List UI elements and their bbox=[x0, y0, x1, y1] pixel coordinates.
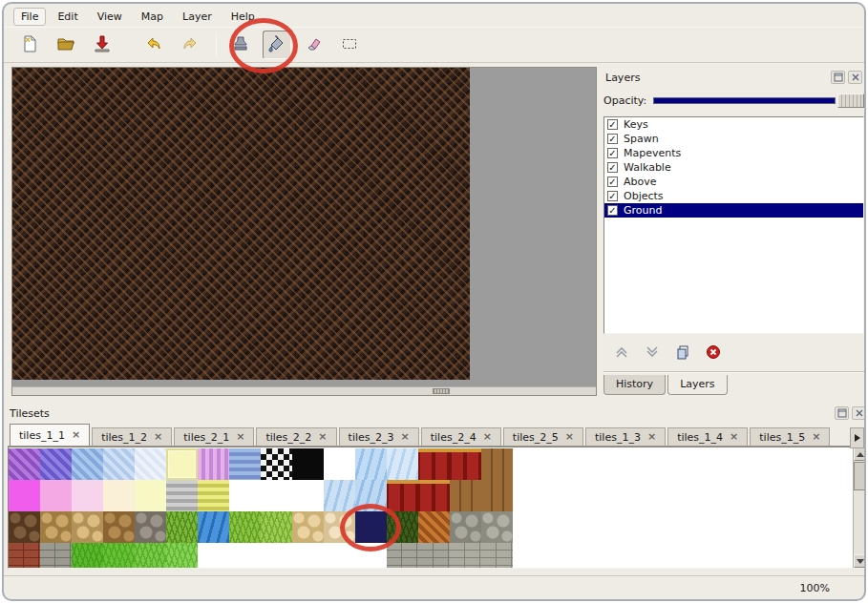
scrollbar-thumb[interactable] bbox=[854, 462, 866, 490]
palette-tile[interactable] bbox=[229, 448, 261, 480]
tileset-tab-tiles_1_3[interactable]: tiles_1_3× bbox=[585, 427, 666, 446]
palette-tile[interactable] bbox=[355, 511, 387, 543]
layer-row-ground[interactable]: ✓Ground bbox=[604, 203, 863, 218]
palette-tile[interactable] bbox=[387, 543, 418, 569]
delete-layer-button[interactable] bbox=[703, 343, 724, 363]
map-horizontal-scrollbar[interactable] bbox=[12, 386, 596, 395]
tab-close-icon[interactable]: × bbox=[730, 432, 738, 442]
layer-visibility-checkbox[interactable]: ✓ bbox=[607, 148, 618, 158]
layer-visibility-checkbox[interactable]: ✓ bbox=[607, 205, 618, 216]
palette-tile[interactable] bbox=[387, 480, 418, 511]
tab-close-icon[interactable]: × bbox=[647, 432, 656, 442]
select-tool-button[interactable] bbox=[335, 31, 364, 59]
palette-tile[interactable] bbox=[40, 511, 72, 543]
float-panel-icon[interactable] bbox=[831, 71, 845, 84]
palette-tile[interactable] bbox=[481, 448, 513, 480]
palette-tile[interactable] bbox=[481, 511, 513, 543]
palette-tile[interactable] bbox=[103, 448, 135, 480]
tileset-tab-tiles_1_2[interactable]: tiles_1_2× bbox=[92, 427, 172, 446]
palette-tile[interactable] bbox=[135, 480, 166, 511]
close-panel-icon[interactable] bbox=[848, 71, 862, 84]
layer-visibility-checkbox[interactable]: ✓ bbox=[607, 177, 618, 187]
tab-close-icon[interactable]: × bbox=[318, 432, 327, 442]
palette-tile[interactable] bbox=[324, 448, 355, 480]
palette-tile[interactable] bbox=[261, 511, 292, 543]
palette-tile[interactable] bbox=[324, 511, 355, 543]
palette-tile[interactable] bbox=[261, 543, 292, 569]
palette-tile[interactable] bbox=[418, 511, 450, 543]
palette-vertical-scrollbar[interactable] bbox=[853, 447, 866, 568]
layer-visibility-checkbox[interactable]: ✓ bbox=[607, 119, 618, 130]
tileset-tab-tiles_2_4[interactable]: tiles_2_4× bbox=[421, 427, 501, 446]
palette-tile[interactable] bbox=[40, 448, 72, 480]
palette-tile[interactable] bbox=[261, 480, 292, 511]
scroll-down-button[interactable] bbox=[854, 554, 866, 568]
palette-tile[interactable] bbox=[135, 511, 166, 543]
map-tiles[interactable] bbox=[12, 68, 470, 380]
palette-tile[interactable] bbox=[9, 511, 40, 543]
map-canvas[interactable] bbox=[11, 67, 597, 396]
scroll-up-button[interactable] bbox=[854, 447, 866, 461]
opacity-slider-handle[interactable] bbox=[837, 94, 864, 108]
tileset-tab-tiles_1_5[interactable]: tiles_1_5× bbox=[750, 427, 830, 446]
palette-tile[interactable] bbox=[103, 480, 135, 511]
layer-visibility-checkbox[interactable]: ✓ bbox=[607, 162, 618, 173]
palette-tile[interactable] bbox=[40, 480, 72, 511]
palette-tile[interactable] bbox=[198, 480, 229, 511]
palette-tile[interactable] bbox=[166, 480, 198, 511]
fill-tool-button[interactable] bbox=[263, 31, 291, 59]
open-button[interactable] bbox=[52, 31, 80, 59]
tab-scroll-right-button[interactable] bbox=[850, 427, 864, 448]
palette-tile[interactable] bbox=[166, 511, 198, 543]
layer-visibility-checkbox[interactable]: ✓ bbox=[607, 191, 618, 201]
move-layer-down-button[interactable] bbox=[642, 343, 663, 363]
palette-tile[interactable] bbox=[72, 448, 103, 480]
palette-tile[interactable] bbox=[9, 480, 40, 511]
menu-map[interactable]: Map bbox=[134, 8, 171, 26]
tab-close-icon[interactable]: × bbox=[565, 432, 574, 442]
palette-tile[interactable] bbox=[355, 480, 387, 511]
palette-tile[interactable] bbox=[418, 480, 450, 511]
palette-tile[interactable] bbox=[481, 543, 513, 569]
layer-row-spawn[interactable]: ✓Spawn bbox=[604, 132, 863, 146]
palette-tile[interactable] bbox=[355, 448, 387, 480]
eraser-tool-button[interactable] bbox=[299, 31, 328, 59]
tileset-tab-tiles_2_1[interactable]: tiles_2_1× bbox=[174, 427, 254, 446]
palette-tile[interactable] bbox=[450, 448, 481, 480]
stamp-tool-button[interactable] bbox=[226, 31, 255, 59]
new-map-button[interactable] bbox=[15, 31, 44, 59]
palette-tile[interactable] bbox=[418, 543, 450, 569]
dock-tab-layers[interactable]: Layers bbox=[667, 375, 727, 395]
tileset-tab-tiles_2_5[interactable]: tiles_2_5× bbox=[503, 427, 583, 446]
palette-tile[interactable] bbox=[103, 543, 135, 569]
dock-tab-history[interactable]: History bbox=[603, 375, 666, 395]
palette-tile[interactable] bbox=[355, 543, 387, 569]
layer-visibility-checkbox[interactable]: ✓ bbox=[607, 134, 618, 144]
palette-tile[interactable] bbox=[261, 448, 292, 480]
tab-close-icon[interactable]: × bbox=[483, 432, 492, 442]
palette-tile[interactable] bbox=[292, 448, 324, 480]
tileset-tab-tiles_1_1[interactable]: tiles_1_1× bbox=[10, 424, 90, 446]
menu-view[interactable]: View bbox=[90, 8, 130, 26]
palette-tile[interactable] bbox=[166, 543, 198, 569]
layer-row-objects[interactable]: ✓Objects bbox=[604, 189, 863, 203]
tab-close-icon[interactable]: × bbox=[812, 432, 820, 442]
tab-close-icon[interactable]: × bbox=[400, 432, 409, 442]
tab-close-icon[interactable]: × bbox=[154, 432, 162, 442]
palette-tile[interactable] bbox=[229, 480, 261, 511]
palette-tile[interactable] bbox=[450, 511, 481, 543]
palette-tile[interactable] bbox=[481, 480, 513, 511]
duplicate-layer-button[interactable] bbox=[672, 343, 693, 363]
menu-edit[interactable]: Edit bbox=[50, 8, 85, 26]
layer-row-walkable[interactable]: ✓Walkable bbox=[604, 160, 863, 175]
palette-tile[interactable] bbox=[40, 543, 72, 569]
layer-row-above[interactable]: ✓Above bbox=[604, 175, 863, 189]
palette-tile[interactable] bbox=[9, 543, 40, 569]
save-button[interactable] bbox=[88, 31, 116, 59]
palette-tile[interactable] bbox=[198, 543, 229, 569]
menu-layer[interactable]: Layer bbox=[175, 8, 220, 26]
palette-tile[interactable] bbox=[198, 511, 229, 543]
menu-help[interactable]: Help bbox=[223, 8, 263, 26]
layer-row-keys[interactable]: ✓Keys bbox=[604, 117, 863, 132]
palette-tile[interactable] bbox=[292, 511, 324, 543]
